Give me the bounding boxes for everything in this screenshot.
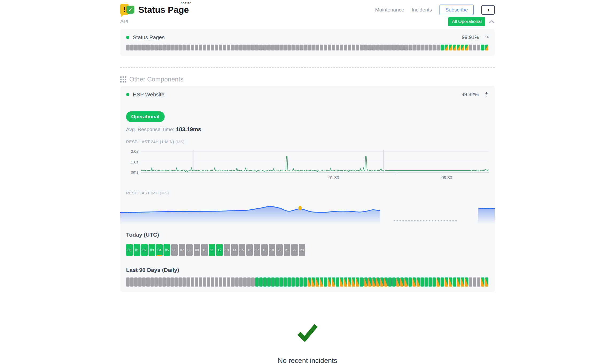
daily-uptime-block xyxy=(473,277,476,287)
daily-uptime-block xyxy=(134,277,138,287)
uptime-bar xyxy=(316,45,319,50)
uptime-bar xyxy=(461,45,464,50)
hour-block-19: 19 xyxy=(269,244,275,256)
uptime-bar xyxy=(251,45,255,50)
uptime-bar xyxy=(308,45,311,50)
uptime-bar xyxy=(412,45,416,50)
uptime-bar xyxy=(283,45,287,50)
grid-icon xyxy=(120,76,126,83)
daily-uptime-block xyxy=(146,277,150,287)
trend-up-icon[interactable]: ⇡ xyxy=(484,91,489,98)
daily-uptime-block xyxy=(316,277,319,287)
daily-uptime-block xyxy=(465,277,468,287)
daily-uptime-block xyxy=(360,277,363,287)
daily-uptime-block xyxy=(211,277,214,287)
api-component-row: Status Pages 99.91% ↷ xyxy=(126,34,489,41)
uptime-bar xyxy=(158,45,162,50)
hour-block-18: 18 xyxy=(261,244,268,256)
resp-24h-label: RESP. LAST 24H (MS) xyxy=(126,191,489,195)
daily-uptime-block xyxy=(320,277,323,287)
daily-uptime-block xyxy=(352,277,355,287)
uptime-bar xyxy=(445,45,448,50)
svg-text:2.0s: 2.0s xyxy=(131,149,138,154)
uptime-bar xyxy=(433,45,436,50)
refresh-icon[interactable]: ↷ xyxy=(484,34,489,41)
uptime-bar xyxy=(352,45,355,50)
uptime-bar xyxy=(227,45,230,50)
uptime-bar xyxy=(303,45,307,50)
uptime-percent-wrap: 99.32% ⇡ xyxy=(461,91,489,98)
daily-uptime-block xyxy=(231,277,234,287)
uptime-percent-wrap: 99.91% ↷ xyxy=(462,34,489,41)
daily-uptime-block xyxy=(328,277,331,287)
hour-block-11: 11 xyxy=(209,244,215,256)
resp-24h-area-chart xyxy=(120,197,495,224)
uptime-bar xyxy=(259,45,263,50)
daily-uptime-block xyxy=(199,277,202,287)
daily-uptime-block xyxy=(138,277,142,287)
hour-block-03: 03 xyxy=(149,244,155,256)
api-uptime-bars xyxy=(126,45,489,50)
chevron-up-icon[interactable] xyxy=(489,20,495,24)
website-component-row: HSP Website 99.32% ⇡ xyxy=(126,91,489,98)
daily-uptime-block xyxy=(445,277,448,287)
uptime-percent: 99.91% xyxy=(462,34,479,40)
daily-uptime-block xyxy=(340,277,343,287)
daily-uptime-block xyxy=(263,277,267,287)
uptime-bar xyxy=(324,45,327,50)
status-dot-icon xyxy=(126,36,129,39)
uptime-bar xyxy=(408,45,412,50)
component-name: Status Pages xyxy=(126,34,165,41)
daily-uptime-block xyxy=(291,277,295,287)
logo-icon: ! ✓ xyxy=(120,3,135,17)
uptime-bar xyxy=(336,45,339,50)
brand-name: Status Page hosted xyxy=(138,5,190,15)
uptime-bar xyxy=(207,45,210,50)
daily-uptime-block xyxy=(259,277,263,287)
daily-uptime-block xyxy=(154,277,158,287)
nav-maintenance[interactable]: Maintenance xyxy=(375,7,404,13)
uptime-bar xyxy=(328,45,331,50)
uptime-bar xyxy=(372,45,376,50)
daily-uptime-block xyxy=(227,277,230,287)
hour-block-00: 00 xyxy=(126,244,133,256)
uptime-bar xyxy=(465,45,468,50)
hour-block-23: 23 xyxy=(299,244,305,256)
logo-check-bubble-icon: ✓ xyxy=(126,6,134,14)
daily-uptime-block xyxy=(412,277,416,287)
uptime-bar xyxy=(400,45,404,50)
daily-uptime-block xyxy=(425,277,428,287)
hour-block-05: 05 xyxy=(164,244,170,256)
daily-uptime-block xyxy=(348,277,351,287)
uptime-bar xyxy=(457,45,460,50)
theme-toggle-button[interactable]: ◑ xyxy=(481,5,495,15)
uptime-bar xyxy=(291,45,295,50)
overall-status-badge[interactable]: All Operational xyxy=(448,17,485,26)
avg-response-time: Avg. Response Time:183.19ms xyxy=(126,126,489,132)
uptime-bar xyxy=(170,45,174,50)
daily-uptime-block xyxy=(239,277,243,287)
no-recent-incidents-title: No recent incidents xyxy=(120,357,495,364)
daily-uptime-block xyxy=(344,277,347,287)
status-badge: Operational xyxy=(126,111,165,122)
uptime-bar xyxy=(231,45,234,50)
uptime-bar xyxy=(360,45,363,50)
hour-block-16: 16 xyxy=(246,244,253,256)
hour-block-08: 08 xyxy=(186,244,193,256)
daily-uptime-block xyxy=(429,277,432,287)
uptime-bar xyxy=(477,45,480,50)
daily-uptime-block xyxy=(364,277,368,287)
uptime-bar xyxy=(295,45,299,50)
daily-uptime-block xyxy=(396,277,400,287)
nav-incidents[interactable]: Incidents xyxy=(412,7,432,13)
brand-logo: ! ✓ Status Page hosted xyxy=(120,3,190,17)
svg-text:01:30: 01:30 xyxy=(328,175,339,180)
daily-uptime-block xyxy=(207,277,210,287)
svg-text:1.0s: 1.0s xyxy=(131,160,138,164)
uptime-bar xyxy=(485,45,488,50)
api-component-card: Status Pages 99.91% ↷ xyxy=(120,29,495,56)
uptime-bar xyxy=(388,45,392,50)
subscribe-button[interactable]: Subscribe xyxy=(439,5,474,15)
daily-uptime-block xyxy=(441,277,444,287)
uptime-bar xyxy=(368,45,372,50)
